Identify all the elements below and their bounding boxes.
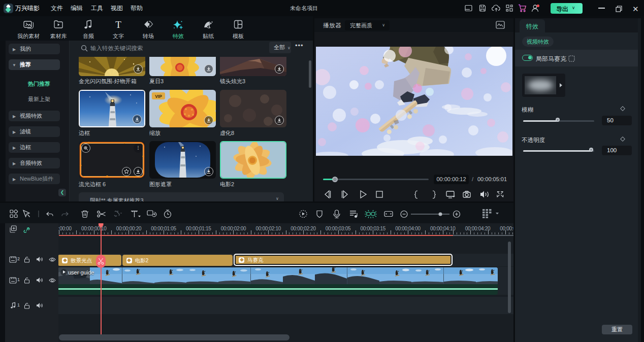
svg-text:VIP: VIP	[155, 94, 162, 99]
